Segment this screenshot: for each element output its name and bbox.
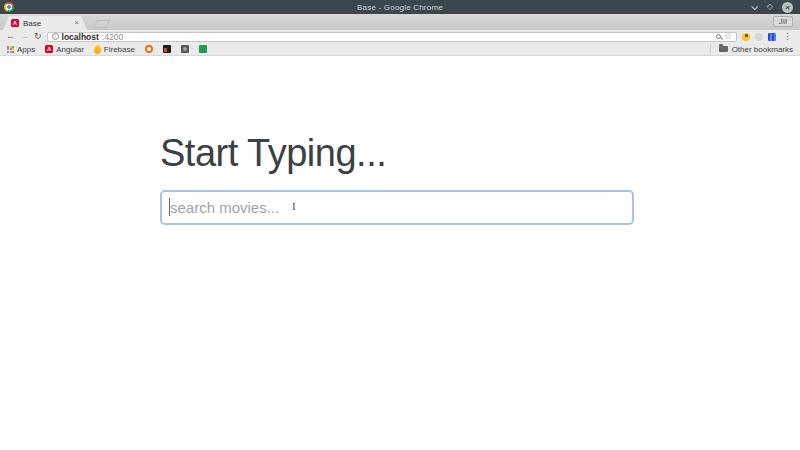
new-tab-button[interactable]	[93, 20, 110, 28]
bookmark-favicon-dark-icon[interactable]	[163, 45, 171, 53]
bookmark-favicon-orange-icon[interactable]	[145, 45, 153, 53]
bookmark-favicon-camera-icon[interactable]	[181, 45, 189, 53]
search-field-wrapper: I	[160, 190, 634, 225]
angular-bookmark-icon: A	[45, 45, 53, 53]
reload-button[interactable]: ↻	[34, 32, 42, 41]
ibeam-cursor-icon: I	[292, 200, 296, 212]
url-port: :4200	[102, 32, 123, 42]
bookmark-label: Firebase	[104, 45, 135, 54]
url-host: localhost	[62, 32, 99, 42]
profile-button[interactable]: Jill	[773, 16, 793, 27]
bookmark-firebase[interactable]: Firebase	[94, 45, 135, 54]
extension-icons	[742, 33, 776, 41]
window-titlebar[interactable]: Base - Google Chrome ◇ ×	[0, 0, 800, 14]
page-info-icon[interactable]: i	[52, 33, 59, 40]
bookmark-label: Angular	[56, 45, 84, 54]
search-input[interactable]	[160, 190, 634, 225]
address-bar[interactable]: i localhost :4200 ☆	[47, 32, 737, 42]
bookmark-star-icon[interactable]: ☆	[724, 32, 732, 41]
bookmarks-bar: Apps A Angular Firebase Other bookmarks	[0, 43, 800, 56]
tab-close-icon[interactable]: ×	[74, 19, 79, 27]
page-title: Start Typing...	[160, 132, 800, 176]
folder-icon	[719, 46, 728, 52]
firebase-flame-icon	[94, 45, 101, 54]
tab-strip: A Base × Jill	[0, 14, 800, 30]
chrome-menu-icon[interactable]: ⋮	[781, 32, 794, 41]
page-content: Start Typing... I	[0, 56, 800, 450]
bookmark-label: Apps	[17, 45, 35, 54]
extension-yellow-icon[interactable]	[742, 33, 750, 41]
tab-label: Base	[23, 19, 71, 28]
extension-blue-icon[interactable]	[768, 33, 776, 41]
desktop: Base - Google Chrome ◇ × A Base × Jill ←…	[0, 0, 800, 450]
back-button[interactable]: ←	[6, 32, 15, 41]
bookmark-apps[interactable]: Apps	[7, 45, 35, 54]
forward-button[interactable]: →	[20, 32, 29, 41]
angular-favicon-icon: A	[11, 19, 19, 27]
other-bookmarks-button[interactable]: Other bookmarks	[710, 44, 793, 54]
bookmark-angular[interactable]: A Angular	[45, 45, 84, 54]
other-bookmarks-label: Other bookmarks	[732, 45, 793, 54]
extension-gray-icon[interactable]	[755, 33, 763, 41]
bookmark-favicon-green-icon[interactable]	[199, 45, 207, 53]
tab-base[interactable]: A Base ×	[3, 16, 87, 30]
window-title: Base - Google Chrome	[0, 3, 800, 12]
apps-grid-icon	[7, 46, 14, 53]
zoom-icon[interactable]	[716, 34, 721, 39]
browser-toolbar: ← → ↻ i localhost :4200 ☆ ⋮	[0, 30, 800, 43]
text-caret	[169, 198, 170, 216]
